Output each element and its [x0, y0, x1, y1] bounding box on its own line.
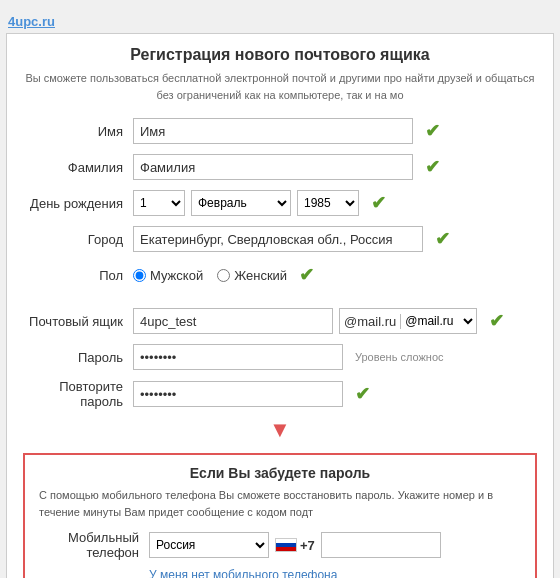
name-label: Имя [23, 124, 133, 139]
arrow-down-icon: ▼ [23, 417, 537, 443]
birthday-day-select[interactable]: 123 [133, 190, 185, 216]
form-title: Регистрация нового почтового ящика [23, 46, 537, 64]
password-label: Пароль [23, 350, 133, 365]
recovery-section: Если Вы забудете пароль С помощью мобиль… [23, 453, 537, 578]
email-domain-text: @mail.ru [340, 314, 401, 329]
email-label: Почтовый ящик [23, 314, 133, 329]
gender-checkmark: ✔ [299, 264, 314, 286]
email-input[interactable] [133, 308, 333, 334]
birthday-month-select[interactable]: Февраль [191, 190, 291, 216]
gender-male-radio[interactable] [133, 269, 146, 282]
password-strength-hint: Уровень сложнос [355, 351, 444, 363]
phone-input[interactable] [321, 532, 441, 558]
gender-label: Пол [23, 268, 133, 283]
repeat-password-input[interactable] [133, 381, 343, 407]
recovery-description: С помощью мобильного телефона Вы сможете… [39, 487, 521, 520]
gender-female-label: Женский [234, 268, 287, 283]
repeat-password-checkmark: ✔ [355, 383, 370, 405]
phone-code: +7 [300, 538, 315, 553]
russia-flag-icon [275, 538, 297, 552]
surname-checkmark: ✔ [425, 156, 440, 178]
city-checkmark: ✔ [435, 228, 450, 250]
logo[interactable]: 4upc.ru [0, 10, 560, 33]
country-select[interactable]: Россия [149, 532, 269, 558]
surname-label: Фамилия [23, 160, 133, 175]
recovery-title: Если Вы забудете пароль [39, 465, 521, 481]
name-checkmark: ✔ [425, 120, 440, 142]
form-subtitle: Вы сможете пользоваться бесплатной элект… [23, 70, 537, 103]
gender-male-option[interactable]: Мужской [133, 268, 203, 283]
flag-box: +7 [275, 538, 315, 553]
phone-label: Мобильный телефон [39, 530, 149, 560]
name-input[interactable] [133, 118, 413, 144]
birthday-year-select[interactable]: 1985 [297, 190, 359, 216]
no-phone-link[interactable]: У меня нет мобильного телефона [149, 568, 521, 578]
surname-input[interactable] [133, 154, 413, 180]
city-label: Город [23, 232, 133, 247]
repeat-password-label: Повторите пароль [23, 379, 133, 409]
email-domain-select[interactable]: @mail.ru @inbox.ru @list.ru @bk.ru [401, 309, 476, 333]
city-input[interactable] [133, 226, 423, 252]
email-domain-selector[interactable]: @mail.ru @mail.ru @inbox.ru @list.ru @bk… [339, 308, 477, 334]
password-input[interactable] [133, 344, 343, 370]
birthday-checkmark: ✔ [371, 192, 386, 214]
email-checkmark: ✔ [489, 310, 504, 332]
gender-female-radio[interactable] [217, 269, 230, 282]
gender-male-label: Мужской [150, 268, 203, 283]
birthday-label: День рождения [23, 196, 133, 211]
gender-female-option[interactable]: Женский [217, 268, 287, 283]
